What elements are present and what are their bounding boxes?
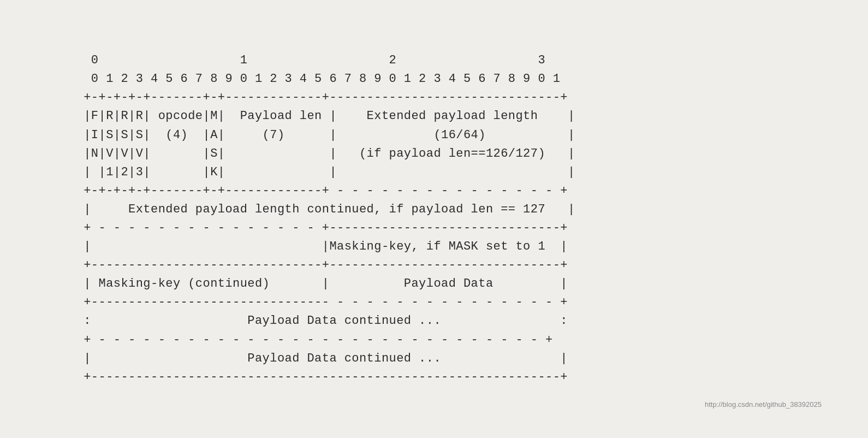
watermark: http://blog.csdn.net/github_38392025 — [705, 400, 822, 409]
main-container: 0 1 2 3 0 1 2 3 4 5 6 7 8 9 0 1 2 3 4 5 … — [25, 40, 843, 398]
websocket-frame-diagram: 0 1 2 3 0 1 2 3 4 5 6 7 8 9 0 1 2 3 4 5 … — [46, 51, 822, 387]
